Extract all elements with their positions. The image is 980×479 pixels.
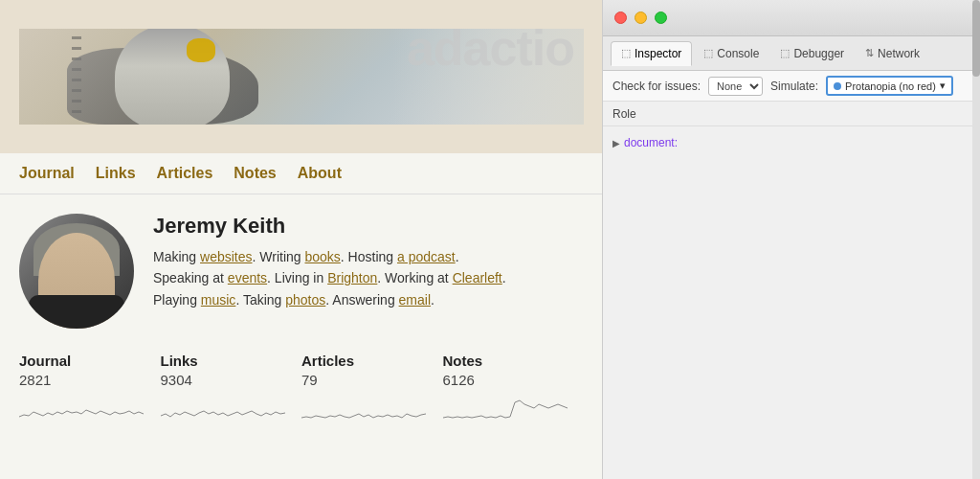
sparkline-articles xyxy=(301,393,426,422)
traffic-light-green[interactable] xyxy=(655,11,667,24)
devtools-titlebar xyxy=(603,0,980,36)
stat-links-label: Links xyxy=(161,353,293,369)
simulate-value: Protanopia (no red) xyxy=(845,80,936,92)
devtools-panel: ⬚ Inspector ⬚ Console ⬚ Debugger ⇅ Netwo… xyxy=(602,0,980,479)
tab-console[interactable]: ⬚ Console xyxy=(694,42,768,65)
nav-notes[interactable]: Notes xyxy=(234,165,276,181)
traffic-light-yellow[interactable] xyxy=(635,11,647,24)
nav-about[interactable]: About xyxy=(298,165,342,181)
profile-section: Jeremy Keith Making websites. Writing bo… xyxy=(0,194,603,343)
website-panel: adactio Journal Links Articles Notes Abo… xyxy=(0,0,603,479)
tab-inspector-label: Inspector xyxy=(635,47,681,60)
devtools-tabs: ⬚ Inspector ⬚ Console ⬚ Debugger ⇅ Netwo… xyxy=(603,36,980,71)
role-label: Role xyxy=(612,107,636,121)
profile-bio-line2: Speaking at events. Living in Brighton. … xyxy=(153,267,506,288)
avatar xyxy=(19,214,134,329)
banner-yellow-accent xyxy=(187,38,215,62)
site-header: adactio xyxy=(0,0,603,153)
profile-name: Jeremy Keith xyxy=(153,214,506,239)
debugger-icon: ⬚ xyxy=(780,47,790,59)
tab-debugger-label: Debugger xyxy=(793,47,844,60)
link-music[interactable]: music xyxy=(201,292,236,308)
console-icon: ⬚ xyxy=(703,47,713,59)
link-clearleft[interactable]: Clearleft xyxy=(453,270,502,285)
scrollbar-thumb[interactable] xyxy=(972,0,980,77)
stat-articles: Articles 79 xyxy=(301,353,443,425)
stat-journal-label: Journal xyxy=(19,353,151,369)
simulate-dot xyxy=(834,82,841,90)
stat-notes-label: Notes xyxy=(443,353,575,369)
devtools-accessibility-toolbar: Check for issues: None Simulate: Protano… xyxy=(603,71,980,102)
link-photos[interactable]: photos xyxy=(285,292,325,308)
tree-arrow: ▶ xyxy=(612,138,620,148)
check-issues-select[interactable]: None xyxy=(708,77,763,96)
nav-journal[interactable]: Journal xyxy=(19,165,75,181)
stat-journal: Journal 2821 xyxy=(19,353,161,425)
tab-network-label: Network xyxy=(878,47,920,60)
link-books[interactable]: books xyxy=(304,249,340,264)
profile-bio-line1: Making websites. Writing books. Hosting … xyxy=(153,246,506,267)
link-events[interactable]: events xyxy=(228,270,267,285)
stat-notes: Notes 6126 xyxy=(443,353,585,425)
sparkline-links xyxy=(161,393,285,422)
nav-articles[interactable]: Articles xyxy=(157,165,213,181)
nav-links[interactable]: Links xyxy=(96,165,136,181)
sparkline-journal xyxy=(19,393,144,422)
tab-debugger[interactable]: ⬚ Debugger xyxy=(770,42,854,65)
stat-links-count: 9304 xyxy=(161,372,293,388)
traffic-light-red[interactable] xyxy=(614,11,627,24)
link-podcast[interactable]: a podcast xyxy=(397,249,456,264)
stat-notes-count: 6126 xyxy=(443,372,575,388)
tree-item-document[interactable]: ▶ document: xyxy=(612,134,970,151)
link-email[interactable]: email xyxy=(399,292,431,308)
simulate-label: Simulate: xyxy=(770,80,818,93)
profile-bio-line3: Playing music. Taking photos. Answering … xyxy=(153,289,506,310)
profile-text: Jeremy Keith Making websites. Writing bo… xyxy=(153,214,506,310)
stat-articles-count: 79 xyxy=(301,372,434,388)
simulate-chevron: ▾ xyxy=(940,80,946,92)
devtools-tree: ▶ document: xyxy=(603,126,980,159)
site-logo: adactio xyxy=(407,19,574,77)
link-brighton[interactable]: Brighton xyxy=(327,270,377,285)
link-websites[interactable]: websites xyxy=(200,249,252,264)
tab-network[interactable]: ⇅ Network xyxy=(856,42,929,65)
stat-journal-count: 2821 xyxy=(19,372,151,388)
simulate-select[interactable]: Protanopia (no red) ▾ xyxy=(826,76,953,96)
avatar-shirt xyxy=(29,295,124,329)
main-nav: Journal Links Articles Notes About xyxy=(0,153,603,194)
stats-section: Journal 2821 Links 9304 Articles 79 Note… xyxy=(0,343,603,435)
stat-links: Links 9304 xyxy=(161,353,302,425)
scrollbar-track xyxy=(972,0,980,479)
devtools-role-row: Role xyxy=(603,102,980,126)
tree-document-label: document: xyxy=(624,136,678,149)
inspector-icon: ⬚ xyxy=(621,47,631,59)
tab-inspector[interactable]: ⬚ Inspector xyxy=(611,41,692,66)
network-icon: ⇅ xyxy=(865,47,874,59)
check-issues-label: Check for issues: xyxy=(612,80,701,93)
sparkline-notes xyxy=(443,393,568,422)
stat-articles-label: Articles xyxy=(301,353,434,369)
tab-console-label: Console xyxy=(717,47,759,60)
